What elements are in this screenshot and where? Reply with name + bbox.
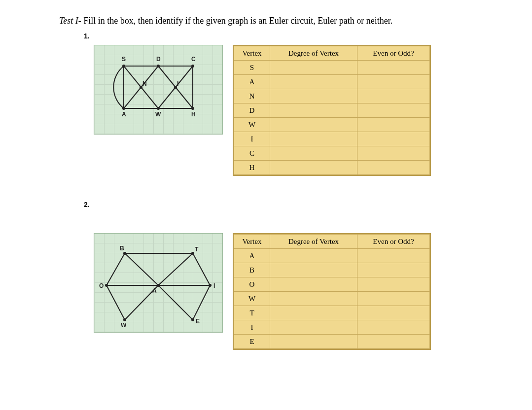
cell-degree[interactable] [270,292,357,306]
cell-evenodd[interactable] [357,249,430,263]
header-vertex: Vertex [234,235,270,249]
vertex-label-D: D [156,56,161,63]
table-row: S [234,61,430,75]
cell-degree[interactable] [270,263,357,277]
cell-evenodd[interactable] [357,161,430,175]
cell-vertex: A [234,75,270,89]
cell-degree[interactable] [270,161,357,175]
cell-vertex: D [234,103,270,118]
instructions: Test I- Fill in the box, then identify i… [59,15,473,27]
svg-point-30 [191,252,194,255]
svg-point-10 [122,65,125,68]
cell-degree[interactable] [270,118,357,132]
table-row: T [234,306,430,320]
cell-evenodd[interactable] [357,118,430,132]
svg-line-26 [158,285,193,320]
cell-vertex: O [234,277,270,292]
vertex-label-C: C [191,56,196,63]
cell-evenodd[interactable] [357,335,430,349]
graph-2: B T O I A W E [94,233,223,333]
table-row: I [234,132,430,146]
table-header-row: Vertex Degree of Vertex Even or Odd? [234,46,430,61]
table-row: W [234,118,430,132]
cell-vertex: E [234,335,270,349]
header-degree: Degree of Vertex [270,235,357,249]
cell-evenodd[interactable] [357,75,430,89]
table-row: N [234,89,430,103]
cell-evenodd[interactable] [357,292,430,306]
cell-degree[interactable] [270,146,357,161]
cell-degree[interactable] [270,61,357,75]
cell-evenodd[interactable] [357,89,430,103]
table-row: B [234,263,430,277]
table-row: H [234,161,430,175]
vertex-label-A: A [152,287,157,294]
question-2-block: B T O I A W E Vertex Degree of Vertex Ev… [94,233,473,350]
cell-degree[interactable] [270,320,357,335]
svg-point-13 [122,107,125,110]
vertex-label-W: W [155,111,161,118]
cell-evenodd[interactable] [357,61,430,75]
svg-point-29 [123,252,126,255]
cell-vertex: C [234,146,270,161]
question-1-block: S D C A W H N I Vertex Degree of Vertex … [94,45,473,176]
table-row: A [234,75,430,89]
cell-degree[interactable] [270,277,357,292]
cell-evenodd[interactable] [357,146,430,161]
vertex-label-E: E [196,318,200,325]
svg-point-12 [191,65,194,68]
svg-point-11 [157,65,160,68]
vertex-label-W2: W [121,322,127,329]
table-header-row: Vertex Degree of Vertex Even or Odd? [234,235,430,249]
table-row: C [234,146,430,161]
svg-point-31 [105,284,108,287]
svg-point-35 [157,284,160,287]
question-number-1: 1. [84,32,473,40]
cell-degree[interactable] [270,132,357,146]
vertex-label-O: O [99,282,104,289]
vertex-label-T: T [195,246,199,253]
cell-degree[interactable] [270,249,357,263]
cell-evenodd[interactable] [357,103,430,118]
cell-degree[interactable] [270,306,357,320]
cell-vertex: S [234,61,270,75]
cell-vertex: H [234,161,270,175]
graph-2-svg: B T O I A W E [94,234,222,332]
cell-evenodd[interactable] [357,320,430,335]
vertex-label-S: S [122,56,126,63]
vertex-table-1: Vertex Degree of Vertex Even or Odd? S A… [234,46,430,175]
table-row: W [234,292,430,306]
header-vertex: Vertex [234,46,270,61]
header-evenodd: Even or Odd? [357,46,430,61]
cell-vertex: I [234,320,270,335]
cell-vertex: W [234,292,270,306]
table-row: E [234,335,430,349]
cell-vertex: W [234,118,270,132]
cell-vertex: N [234,89,270,103]
cell-vertex: T [234,306,270,320]
cell-degree[interactable] [270,89,357,103]
cell-degree[interactable] [270,335,357,349]
table-row: D [234,103,430,118]
question-number-2: 2. [84,201,473,208]
graph-1-svg: S D C A W H N I [94,45,222,134]
svg-line-23 [125,253,158,285]
cell-evenodd[interactable] [357,306,430,320]
svg-point-33 [123,318,126,321]
vertex-table-1-wrap: Vertex Degree of Vertex Even or Odd? S A… [233,45,431,176]
vertex-label-N: N [142,80,147,87]
header-evenodd: Even or Odd? [357,235,430,249]
vertex-label-I: I [213,282,215,289]
svg-line-20 [106,285,125,320]
svg-line-22 [193,285,210,320]
cell-evenodd[interactable] [357,277,430,292]
svg-point-34 [191,318,194,321]
cell-degree[interactable] [270,103,357,118]
cell-evenodd[interactable] [357,263,430,277]
table-row: O [234,277,430,292]
instructions-text: Fill in the box, then identify if the gi… [81,16,392,26]
cell-evenodd[interactable] [357,132,430,146]
vertex-label-I: I [177,80,178,87]
svg-point-15 [191,107,194,110]
cell-degree[interactable] [270,75,357,89]
